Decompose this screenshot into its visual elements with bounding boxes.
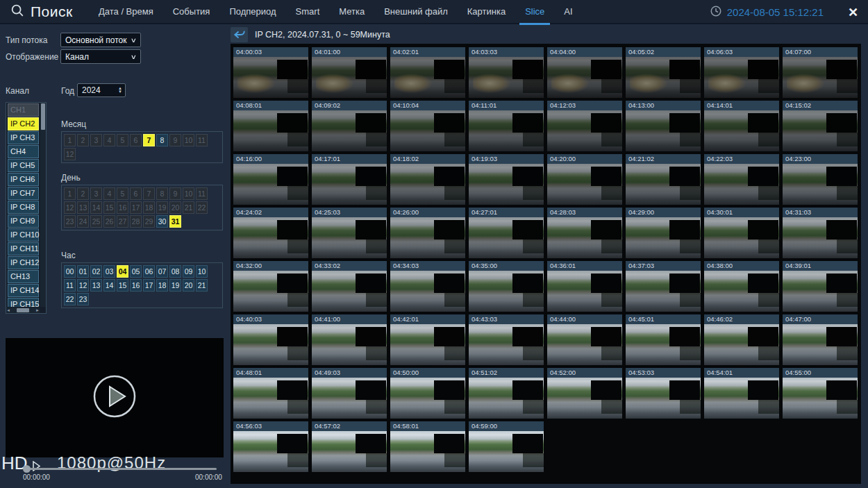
video-thumbnail[interactable]: 04:21:02: [626, 154, 701, 205]
back-button[interactable]: [231, 27, 248, 42]
video-thumbnail[interactable]: 04:37:03: [626, 261, 701, 312]
video-thumbnail[interactable]: 04:24:02: [233, 208, 308, 258]
channel-item[interactable]: CH13: [8, 270, 39, 283]
tab-ai[interactable]: AI: [554, 0, 582, 24]
video-thumbnail[interactable]: 04:32:00: [233, 261, 308, 312]
hour-cell[interactable]: 10: [196, 265, 208, 278]
tab-events[interactable]: События: [163, 0, 220, 24]
play-button[interactable]: [92, 374, 137, 421]
seek-bar[interactable]: [28, 468, 217, 470]
hour-cell[interactable]: 04: [117, 265, 128, 278]
tab-external-file[interactable]: Внешний файл: [374, 0, 458, 24]
video-preview[interactable]: [6, 338, 224, 457]
hour-cell[interactable]: 03: [103, 265, 115, 278]
video-thumbnail[interactable]: 04:34:03: [390, 261, 465, 312]
video-thumbnail[interactable]: 04:22:03: [704, 154, 779, 205]
video-thumbnail[interactable]: 04:52:00: [547, 368, 622, 419]
channel-item[interactable]: IP CH9: [8, 214, 39, 228]
channel-item[interactable]: IP CH14: [8, 284, 39, 297]
month-cell[interactable]: 8: [156, 134, 168, 146]
video-thumbnail[interactable]: 04:42:01: [390, 314, 465, 365]
hour-cell[interactable]: 15: [117, 279, 128, 292]
hour-cell[interactable]: 18: [156, 279, 168, 292]
channel-horizontal-scrollbar[interactable]: ◄ ►: [6, 308, 40, 313]
channel-item[interactable]: CH4: [8, 145, 39, 158]
video-thumbnail[interactable]: 04:23:00: [783, 154, 858, 205]
hour-cell[interactable]: 12: [77, 279, 89, 292]
video-thumbnail[interactable]: 04:00:03: [233, 47, 308, 98]
tab-date-time[interactable]: Дата / Время: [89, 0, 163, 24]
video-thumbnail[interactable]: 04:08:01: [233, 101, 308, 151]
close-icon[interactable]: ✕: [848, 0, 858, 24]
video-thumbnail[interactable]: 04:10:04: [390, 101, 465, 151]
channel-vertical-scrollbar[interactable]: [40, 103, 46, 307]
video-thumbnail[interactable]: 04:47:00: [783, 314, 858, 365]
video-thumbnail[interactable]: 04:53:03: [626, 368, 701, 419]
tab-picture[interactable]: Картинка: [458, 0, 515, 24]
hour-cell[interactable]: 17: [143, 279, 155, 292]
video-thumbnail[interactable]: 04:12:03: [547, 101, 622, 151]
channel-item[interactable]: IP CH6: [8, 173, 39, 186]
hour-cell[interactable]: 23: [77, 293, 89, 305]
video-thumbnail[interactable]: 04:17:01: [312, 154, 387, 205]
video-thumbnail[interactable]: 04:01:00: [312, 47, 387, 98]
tab-subperiod[interactable]: Подпериод: [219, 0, 285, 24]
hour-cell[interactable]: 01: [77, 265, 89, 278]
hour-cell[interactable]: 09: [183, 265, 194, 278]
video-thumbnail[interactable]: 04:05:02: [626, 47, 701, 98]
hour-cell[interactable]: 11: [64, 279, 76, 292]
video-thumbnail[interactable]: 04:57:02: [312, 421, 387, 472]
video-thumbnail[interactable]: 04:51:02: [469, 368, 544, 419]
hour-cell[interactable]: 02: [90, 265, 102, 278]
display-mode-select[interactable]: Канал ∨: [60, 49, 141, 64]
video-thumbnail[interactable]: 04:15:02: [783, 101, 858, 151]
video-thumbnail[interactable]: 04:06:03: [704, 47, 779, 98]
video-thumbnail[interactable]: 04:36:01: [547, 261, 622, 312]
tab-smart[interactable]: Smart: [286, 0, 330, 24]
channel-item[interactable]: IP CH7: [8, 187, 39, 200]
scroll-right-icon[interactable]: ►: [35, 308, 40, 312]
video-thumbnail[interactable]: 04:02:01: [390, 47, 465, 98]
channel-item[interactable]: IP CH10: [8, 228, 39, 242]
year-spinner[interactable]: 2024 ▲▼: [77, 83, 126, 97]
video-thumbnail[interactable]: 04:19:03: [469, 154, 544, 205]
month-cell[interactable]: 7: [143, 134, 155, 146]
hour-cell[interactable]: 16: [130, 279, 142, 292]
hour-cell[interactable]: 21: [196, 279, 208, 292]
tab-tag[interactable]: Метка: [329, 0, 374, 24]
video-thumbnail[interactable]: 04:41:00: [312, 314, 387, 365]
video-thumbnail[interactable]: 04:33:02: [312, 261, 387, 312]
spinner-arrows-icon[interactable]: ▲▼: [118, 87, 122, 94]
video-thumbnail[interactable]: 04:13:00: [626, 101, 701, 151]
video-thumbnail[interactable]: 04:40:03: [233, 314, 308, 365]
channel-item[interactable]: IP CH8: [8, 201, 39, 214]
channel-item[interactable]: IP CH5: [8, 159, 39, 172]
seek-handle[interactable]: [23, 465, 31, 473]
stream-type-select[interactable]: Основной поток ∨: [60, 33, 141, 47]
video-thumbnail[interactable]: 04:11:01: [469, 101, 544, 151]
video-thumbnail[interactable]: 04:48:01: [233, 368, 308, 419]
video-thumbnail[interactable]: 04:46:02: [704, 314, 779, 365]
video-thumbnail[interactable]: 04:44:00: [547, 314, 622, 365]
day-cell[interactable]: 31: [169, 215, 181, 228]
video-thumbnail[interactable]: 04:45:01: [626, 314, 701, 365]
hour-cell[interactable]: 20: [183, 279, 194, 292]
video-thumbnail[interactable]: 04:43:03: [469, 314, 544, 365]
video-thumbnail[interactable]: 04:18:02: [390, 154, 465, 205]
hour-cell[interactable]: 00: [64, 265, 76, 278]
tab-slice[interactable]: Slice: [515, 0, 554, 24]
hour-cell[interactable]: 05: [130, 265, 142, 278]
hour-cell[interactable]: 07: [156, 265, 168, 278]
video-thumbnail[interactable]: 04:25:03: [312, 208, 387, 258]
video-thumbnail[interactable]: 04:14:01: [704, 101, 779, 151]
video-thumbnail[interactable]: 04:20:00: [547, 154, 622, 205]
video-thumbnail[interactable]: 04:03:03: [469, 47, 544, 98]
video-thumbnail[interactable]: 04:29:00: [626, 208, 701, 258]
video-thumbnail[interactable]: 04:28:03: [547, 208, 622, 258]
video-thumbnail[interactable]: 04:30:01: [704, 208, 779, 258]
channel-item[interactable]: IP CH2: [8, 117, 39, 131]
video-thumbnail[interactable]: 04:04:00: [547, 47, 622, 98]
video-thumbnail[interactable]: 04:49:03: [312, 368, 387, 419]
video-thumbnail[interactable]: 04:59:00: [469, 421, 544, 472]
video-thumbnail[interactable]: 04:09:02: [312, 101, 387, 151]
